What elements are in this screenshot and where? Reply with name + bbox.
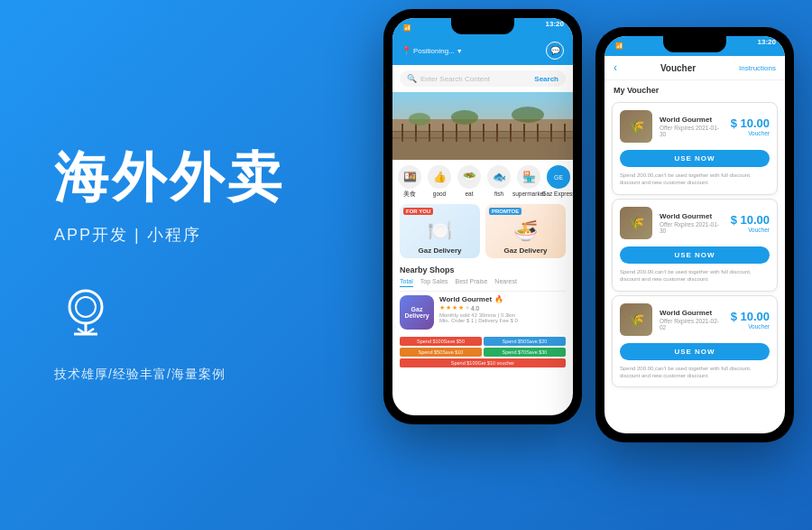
svg-rect-14 bbox=[469, 124, 471, 142]
shop-stars: ★ ★ ★ ★ ★ 4.0 bbox=[439, 304, 566, 311]
voucher-tag-5: Spend $100Get $10 voucher bbox=[400, 358, 566, 367]
star-2: ★ bbox=[446, 304, 451, 311]
award-icon bbox=[54, 282, 117, 349]
tagline: 技术雄厚/经验丰富/海量案例 bbox=[54, 367, 226, 383]
shop-tabs: Total Top Sales Best Praise Nearest bbox=[400, 278, 566, 287]
svg-rect-20 bbox=[550, 124, 552, 142]
phone1-location: 📍 Positioning... ▼ bbox=[401, 46, 463, 55]
category-fish[interactable]: 🐟 fish bbox=[485, 165, 512, 199]
category-good[interactable]: 👍 good bbox=[426, 165, 453, 199]
promo-dish-1: 🍽️ bbox=[428, 219, 452, 243]
svg-point-26 bbox=[512, 107, 544, 123]
promo-banner-2[interactable]: PROMTOE 🍜 Gaz Delivery bbox=[485, 204, 566, 258]
phone1-search-btn[interactable]: Search bbox=[534, 75, 558, 83]
phones-container: 📶 13:20 📍 Positioning... ▼ 💬 🔍 Enter Sea… bbox=[383, 9, 794, 442]
star-4: ★ bbox=[458, 304, 464, 311]
voucher-details-2: World Gourmet Offer Rxpires 2021-01-30 bbox=[660, 212, 724, 234]
voucher-img-3: 🌾 bbox=[620, 303, 652, 336]
voucher-details-1: World Gourmet Offer Rxpires 2021-01-30 bbox=[660, 116, 724, 137]
category-express[interactable]: GE Gaz Express bbox=[545, 165, 572, 199]
promo-text-1: Gaz Delivery bbox=[418, 246, 461, 255]
voucher-top-3: 🌾 World Gourmet Offer Rxpires 2021-02-02… bbox=[620, 303, 770, 336]
voucher-tag-2: Spend $50Save $20 bbox=[484, 337, 566, 346]
voucher-desc-3: Spend 200.00,can't be used together with… bbox=[620, 365, 770, 380]
shop-info: World Gourmet 🔥 ★ ★ ★ ★ ★ 4.0 Monthly so… bbox=[439, 295, 566, 330]
voucher-title: Voucher bbox=[660, 63, 696, 73]
voucher-amount-3: $ 10.00 bbox=[731, 310, 770, 323]
phone1-search-bar[interactable]: 🔍 Enter Search Content Search bbox=[400, 70, 566, 87]
meishi-label: 美食 bbox=[403, 191, 416, 199]
voucher-tag-3: Spend $50Save $10 bbox=[400, 348, 482, 357]
shop-fire-icon: 🔥 bbox=[494, 295, 503, 303]
star-half: ★ bbox=[465, 304, 470, 311]
shop-item[interactable]: GazDelivery World Gourmet 🔥 ★ ★ ★ ★ ★ bbox=[400, 291, 566, 333]
voucher-card-2: 🌾 World Gourmet Offer Rxpires 2021-01-30… bbox=[612, 199, 778, 292]
fish-icon: 🐟 bbox=[487, 165, 511, 189]
voucher-restaurant-1: World Gourmet bbox=[660, 116, 724, 124]
tab-topsales[interactable]: Top Sales bbox=[420, 278, 448, 287]
svg-rect-22 bbox=[392, 131, 573, 133]
express-label: Gaz Express bbox=[541, 191, 573, 197]
express-icon: GE bbox=[547, 165, 570, 189]
supermarket-icon: 🏪 bbox=[517, 165, 540, 189]
use-now-btn-2[interactable]: USE NOW bbox=[620, 246, 770, 264]
back-button[interactable]: ‹ bbox=[614, 61, 617, 74]
tab-total[interactable]: Total bbox=[400, 278, 413, 287]
svg-rect-10 bbox=[415, 124, 417, 142]
phone1-hero-image bbox=[392, 92, 573, 160]
promo-tag-1: FOR YOU bbox=[403, 208, 433, 215]
voucher-card-3: 🌾 World Gourmet Offer Rxpires 2021-02-02… bbox=[612, 295, 778, 388]
phone1-notch bbox=[451, 18, 514, 34]
voucher-amount-1: $ 10.00 bbox=[731, 116, 770, 130]
phone2-signal-icons: 📶 bbox=[615, 42, 623, 50]
meishi-icon: 🍱 bbox=[398, 165, 421, 189]
promo-dish-2: 🍜 bbox=[513, 219, 538, 243]
voucher-amount-col-1: $ 10.00 Voucher bbox=[731, 116, 770, 136]
use-now-btn-1[interactable]: USE NOW bbox=[620, 150, 770, 167]
shop-name: World Gourmet bbox=[439, 295, 492, 303]
voucher-card-1: 🌾 World Gourmet Offer Rxpires 2021-01-30… bbox=[612, 102, 778, 195]
phone2: 📶 13:20 ‹ Voucher Instructions My Vouche… bbox=[595, 27, 794, 442]
phone1: 📶 13:20 📍 Positioning... ▼ 💬 🔍 Enter Sea… bbox=[383, 9, 582, 424]
voucher-desc-2: Spend 200.00,can't be used together with… bbox=[620, 268, 770, 284]
subtitle: APP开发 | 小程序 bbox=[54, 224, 201, 246]
phone2-screen: 📶 13:20 ‹ Voucher Instructions My Vouche… bbox=[604, 36, 785, 433]
instructions-link[interactable]: Instructions bbox=[739, 64, 776, 72]
voucher-restaurant-3: World Gourmet bbox=[660, 309, 724, 317]
voucher-amount-2: $ 10.00 bbox=[731, 213, 770, 227]
star-1: ★ bbox=[439, 304, 445, 311]
category-eat[interactable]: 🥗 eat bbox=[456, 165, 483, 199]
shop-name-row: World Gourmet 🔥 bbox=[439, 295, 566, 303]
promo-text-2: Gaz Delivery bbox=[503, 246, 547, 255]
voucher-top-2: 🌾 World Gourmet Offer Rxpires 2021-01-30… bbox=[620, 207, 770, 239]
voucher-details-3: World Gourmet Offer Rxpires 2021-02-02 bbox=[660, 309, 724, 330]
voucher-expires-2: Offer Rxpires 2021-01-30 bbox=[660, 221, 724, 234]
svg-rect-15 bbox=[483, 124, 484, 142]
voucher-expires-3: Offer Rxpires 2021-02-02 bbox=[660, 318, 724, 330]
voucher-top-1: 🌾 World Gourmet Offer Rxpires 2021-01-30… bbox=[620, 110, 770, 143]
svg-rect-19 bbox=[537, 124, 539, 142]
svg-rect-16 bbox=[496, 124, 498, 142]
svg-point-25 bbox=[451, 110, 478, 125]
supermarket-label: supermarket bbox=[512, 191, 545, 197]
category-supermarket[interactable]: 🏪 supermarket bbox=[515, 165, 542, 199]
svg-rect-18 bbox=[523, 124, 525, 142]
phone1-chat-btn[interactable]: 💬 bbox=[546, 42, 564, 60]
voucher-img-2: 🌾 bbox=[620, 207, 652, 239]
voucher-restaurant-2: World Gourmet bbox=[660, 212, 724, 220]
voucher-tag-1: Spend $100Save $50 bbox=[400, 337, 482, 346]
fish-label: fish bbox=[494, 191, 503, 197]
voucher-amount-col-2: $ 10.00 Voucher bbox=[731, 213, 770, 233]
svg-rect-11 bbox=[429, 124, 430, 142]
voucher-tag-4: Spend $70Save $30 bbox=[484, 348, 566, 357]
use-now-btn-3[interactable]: USE NOW bbox=[620, 343, 770, 360]
svg-rect-13 bbox=[456, 124, 457, 142]
svg-rect-23 bbox=[392, 137, 573, 139]
tab-bestpraise[interactable]: Best Praise bbox=[456, 278, 488, 287]
voucher-type-3: Voucher bbox=[731, 323, 770, 330]
tab-nearest[interactable]: Nearest bbox=[494, 278, 517, 287]
eat-label: eat bbox=[465, 191, 473, 197]
category-meishi[interactable]: 🍱 美食 bbox=[396, 165, 423, 199]
promo-banner-1[interactable]: FOR YOU 🍽️ Gaz Delivery bbox=[400, 204, 480, 258]
svg-rect-9 bbox=[401, 124, 403, 142]
